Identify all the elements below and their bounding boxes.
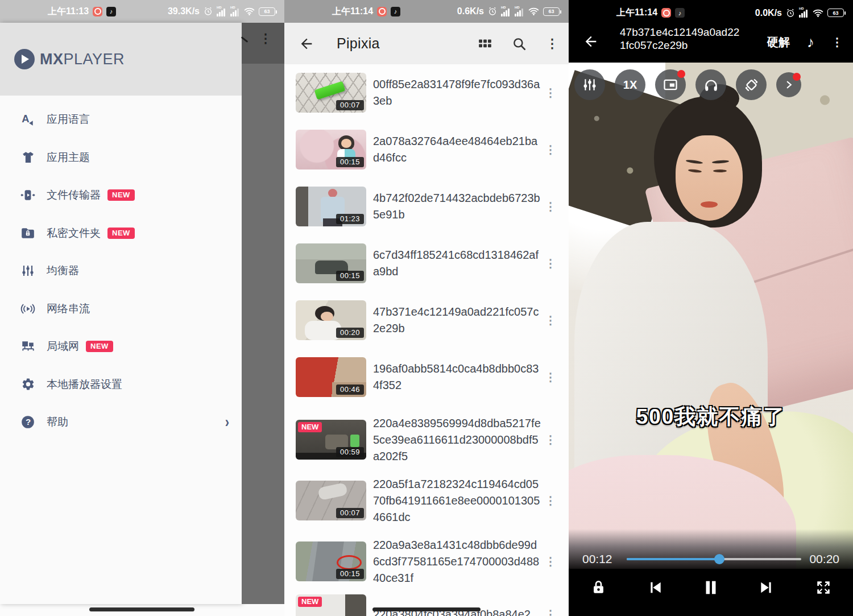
- duration-badge: 00:15: [336, 271, 364, 281]
- back-button[interactable]: [582, 34, 599, 49]
- new-badge: NEW: [298, 422, 322, 432]
- item-overflow-button[interactable]: ⋮: [545, 499, 556, 503]
- menu-item-lan[interactable]: 局域网 NEW: [0, 328, 242, 366]
- file-name: 00ff85e2a831478f9fe7fc093d36a3eb: [373, 76, 541, 109]
- equalizer-button[interactable]: [574, 69, 605, 100]
- duration-badge: 00:07: [336, 508, 364, 518]
- list-item[interactable]: 00:15 6c7d34ff185241c68cd1318462afa9bd ⋮: [284, 243, 569, 283]
- new-badge: NEW: [298, 597, 322, 607]
- alarm-icon: [488, 7, 497, 16]
- list-item[interactable]: NEW00:59 220a4e8389569994d8dba5217fe5ce3…: [284, 412, 569, 467]
- fullscreen-button[interactable]: [811, 575, 836, 600]
- battery-icon: 63: [259, 7, 275, 16]
- duration-badge: 00:15: [336, 157, 364, 167]
- item-overflow-button[interactable]: ⋮: [545, 438, 556, 442]
- seekbar[interactable]: [627, 558, 801, 560]
- drawer-header: MXPLAYER: [0, 23, 242, 96]
- menu-item-network-stream[interactable]: 网络串流: [0, 290, 242, 328]
- menu-label: 应用语言: [47, 112, 90, 127]
- list-item[interactable]: 00:15 220a9a3e8a1431c48dbb6de99d6cd3f775…: [284, 534, 569, 589]
- video-file-list: 00:07 00ff85e2a831478f9fe7fc093d36a3eb ⋮…: [284, 64, 569, 616]
- list-item[interactable]: 00:07 220a5f1a72182324c119464cd0570fb641…: [284, 473, 569, 528]
- item-overflow-button[interactable]: ⋮: [545, 319, 556, 323]
- list-item[interactable]: 00:15 2a078a32764a4ee48464eb21bad46fcc ⋮: [284, 130, 569, 169]
- tiktok-icon: ♪: [391, 7, 400, 16]
- back-button[interactable]: [298, 36, 315, 52]
- signal-icon: HD: [799, 8, 809, 18]
- signal-icon: HD: [217, 7, 226, 16]
- overflow-menu-button[interactable]: ⋮: [831, 40, 843, 44]
- network-stream-icon: [20, 301, 35, 316]
- net-speed-text: 39.3K/s: [168, 6, 200, 16]
- duration-badge: 00:07: [336, 100, 364, 110]
- grid-view-button[interactable]: [478, 36, 492, 51]
- new-badge: NEW: [107, 189, 135, 201]
- item-overflow-button[interactable]: ⋮: [545, 262, 556, 266]
- menu-item-app-theme[interactable]: 应用主题: [0, 139, 242, 177]
- item-overflow-button[interactable]: ⋮: [545, 148, 556, 152]
- help-icon: ?: [20, 415, 35, 429]
- video-thumbnail: 00:46: [296, 357, 366, 397]
- menu-label: 本地播放器设置: [47, 377, 122, 392]
- overflow-menu-button[interactable]: ⋮: [546, 42, 558, 46]
- net-speed-text: 0.0K/s: [755, 8, 782, 18]
- lock-button[interactable]: [586, 575, 611, 600]
- screen-record-icon: [93, 7, 102, 16]
- svg-text:?: ?: [26, 417, 31, 427]
- net-speed-text: 0.6K/s: [457, 6, 484, 16]
- equalizer-icon: [20, 263, 35, 278]
- video-thumbnail: 00:20: [296, 300, 366, 340]
- status-bar: 上午11:13 ♪ 39.3K/s HD HD 63: [0, 0, 284, 23]
- seekbar-thumb[interactable]: [714, 554, 724, 564]
- pip-button[interactable]: [655, 69, 686, 100]
- video-art: [676, 135, 743, 221]
- list-item[interactable]: 00:46 196af0abb5814c0ca4b8dbb0c834f352 ⋮: [284, 357, 569, 397]
- pause-button[interactable]: [698, 575, 723, 600]
- item-overflow-button[interactable]: ⋮: [545, 375, 556, 379]
- play-logo-icon: [14, 49, 35, 69]
- file-name: 220a4e8389569994d8dba5217fe5ce39ea611661…: [373, 415, 541, 465]
- list-item[interactable]: NEW 220a3804fc03a394af0b8a84e2 ⋮: [284, 594, 569, 616]
- list-item[interactable]: 01:23 4b742f02de714432acbdeb6723b5e91b ⋮: [284, 187, 569, 226]
- more-controls-button[interactable]: [776, 72, 801, 97]
- rotate-screen-button[interactable]: [736, 69, 767, 100]
- status-bar: 上午11:14 ♪ 0.6K/s HD HD 63: [284, 0, 569, 23]
- gear-icon: [20, 377, 35, 392]
- audio-track-icon[interactable]: ♪: [807, 34, 814, 51]
- file-name: 196af0abb5814c0ca4b8dbb0c834f352: [373, 361, 541, 394]
- lan-icon: [20, 339, 35, 354]
- private-folder-icon: [20, 226, 35, 241]
- playback-speed-button[interactable]: 1X: [615, 69, 645, 100]
- dimmed-overflow-icon: ⋮: [259, 36, 272, 41]
- home-indicator[interactable]: [89, 607, 194, 611]
- drawer-scrim[interactable]: ⋮: [242, 23, 284, 604]
- menu-item-app-language[interactable]: A 应用语言: [0, 101, 242, 139]
- menu-item-local-player-settings[interactable]: 本地播放器设置: [0, 366, 242, 404]
- list-item[interactable]: 00:07 00ff85e2a831478f9fe7fc093d36a3eb ⋮: [284, 73, 569, 113]
- headphones-button[interactable]: [695, 69, 726, 100]
- menu-item-equalizer[interactable]: 均衡器: [0, 252, 242, 290]
- video-title: 47b371e4c12149a0ad221fc057c2e29b: [620, 26, 740, 52]
- item-overflow-button[interactable]: ⋮: [545, 613, 556, 616]
- menu-item-help[interactable]: ? 帮助 ›: [0, 403, 242, 441]
- total-time: 00:20: [809, 552, 839, 566]
- item-overflow-button[interactable]: ⋮: [545, 91, 556, 95]
- video-surface[interactable]: 1X 500我就不痛了: [569, 63, 853, 569]
- search-button[interactable]: [512, 36, 527, 51]
- previous-button[interactable]: [642, 575, 667, 600]
- list-item[interactable]: 00:20 47b371e4c12149a0ad221fc057c2e29b ⋮: [284, 300, 569, 340]
- item-overflow-button[interactable]: ⋮: [545, 205, 556, 209]
- battery-icon: 63: [827, 9, 844, 17]
- next-button[interactable]: [755, 575, 780, 600]
- dimmed-toolbar: ⋮: [242, 23, 284, 64]
- app-bar: Pipixia ⋮: [284, 23, 569, 64]
- decoder-toggle[interactable]: 硬解: [767, 35, 790, 50]
- item-overflow-button[interactable]: ⋮: [545, 560, 556, 564]
- new-badge: NEW: [86, 341, 113, 352]
- menu-item-file-transfer[interactable]: 文件传输器 NEW: [0, 176, 242, 214]
- home-indicator[interactable]: [372, 607, 481, 611]
- menu-label: 文件传输器: [47, 188, 101, 202]
- signal-icon-2: HD: [230, 7, 240, 16]
- middle-screenshot: 上午11:14 ♪ 0.6K/s HD HD 63 Pipixia ⋮ 00:0…: [284, 0, 569, 616]
- menu-item-private-folder[interactable]: 私密文件夹 NEW: [0, 214, 242, 253]
